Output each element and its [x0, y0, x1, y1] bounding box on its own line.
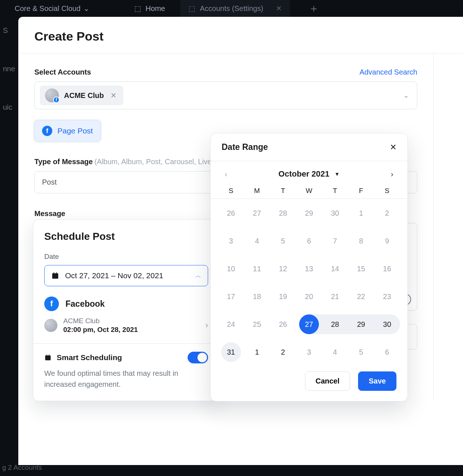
modal-title: Create Post — [34, 29, 447, 44]
calendar-day[interactable]: 13 — [296, 259, 322, 279]
facebook-badge-icon: f — [53, 97, 60, 103]
calendar-day[interactable]: 12 — [270, 259, 296, 279]
remove-account-icon[interactable]: ✕ — [109, 91, 118, 100]
account-chip-name: ACME Club — [64, 91, 104, 100]
calendar-day[interactable]: 5 — [270, 231, 296, 251]
tab-home[interactable]: ⬚Home — [126, 0, 173, 17]
calendar-day[interactable]: 7 — [322, 231, 348, 251]
calendar-day[interactable]: 3 — [218, 231, 244, 251]
schedule-account-time: 02:00 pm, Oct 28, 2021 — [63, 326, 138, 334]
account-chip: f ACME Club ✕ — [40, 86, 123, 105]
calendar-day[interactable]: 6 — [374, 342, 400, 362]
page-post-button[interactable]: f Page Post — [34, 120, 101, 141]
workspace-switcher[interactable]: Core & Social Cloud⌄ — [15, 4, 90, 13]
accounts-select[interactable]: f ACME Club ✕ ⌄ — [34, 82, 417, 109]
calendar-day[interactable]: 8 — [348, 231, 374, 251]
schedule-account-name: ACME Club — [63, 317, 138, 325]
cancel-button[interactable]: Cancel — [305, 371, 350, 391]
tab-accounts[interactable]: ⬚Accounts (Settings)✕ — [180, 0, 290, 17]
network-name: Facebook — [65, 299, 105, 309]
calendar-day[interactable]: 23 — [374, 287, 400, 306]
calendar-day[interactable]: 6 — [296, 231, 322, 251]
calendar-day[interactable]: 5 — [348, 342, 374, 362]
calendar-day[interactable]: 28 — [322, 314, 348, 334]
calendar-day[interactable]: 19 — [270, 287, 296, 306]
type-of-message-label: Type of Message — [34, 158, 93, 166]
weekday-label: T — [270, 187, 296, 195]
chevron-up-icon: ︿ — [195, 272, 201, 280]
calendar-day[interactable]: 30 — [374, 314, 400, 334]
calendar-day[interactable]: 26 — [270, 314, 296, 334]
close-icon[interactable]: ✕ — [390, 143, 396, 152]
page-post-label: Page Post — [57, 126, 93, 135]
weekday-label: W — [296, 187, 322, 195]
home-icon: ⬚ — [134, 4, 141, 13]
weekday-label: M — [244, 187, 270, 195]
app-topbar: Core & Social Cloud⌄ ⬚Home ⬚Accounts (Se… — [0, 0, 463, 17]
calendar-day[interactable]: 1 — [348, 203, 374, 223]
save-button[interactable]: Save — [358, 371, 396, 391]
type-value: Post — [42, 178, 57, 186]
calendar-day[interactable]: 28 — [270, 203, 296, 223]
calendar-day[interactable]: 18 — [244, 287, 270, 306]
calendar-day[interactable]: 22 — [348, 287, 374, 306]
prev-month-button[interactable]: ‹ — [222, 170, 230, 178]
calendar-day[interactable]: 10 — [218, 259, 244, 279]
svg-rect-5 — [52, 273, 59, 279]
advanced-search-link[interactable]: Advanced Search — [360, 68, 417, 76]
month-label: October 2021 — [278, 169, 329, 179]
type-hint: (Album, Album, Post, Carousel, Live — [94, 158, 211, 166]
select-accounts-label: Select Accounts — [34, 68, 91, 76]
svg-rect-8 — [45, 355, 51, 360]
calendar-day[interactable]: 29 — [348, 314, 374, 334]
left-rail: S nne uic — [0, 22, 18, 116]
calendar-day[interactable]: 25 — [244, 314, 270, 334]
calendar-day[interactable]: 9 — [374, 231, 400, 251]
weekday-header: SMTWTFS — [211, 182, 407, 199]
schedule-post-panel: Schedule Post Date Oct 27, 2021 – Nov 02… — [33, 219, 219, 401]
avatar — [44, 319, 57, 332]
calendar-day[interactable]: 16 — [374, 259, 400, 279]
calendar-day[interactable]: 31 — [221, 342, 241, 362]
calendar-day[interactable]: 29 — [296, 203, 322, 223]
calendar-day[interactable]: 2 — [270, 342, 296, 362]
smart-scheduling-desc: We found optimal times that may result i… — [44, 368, 208, 390]
weekday-label: T — [322, 187, 348, 195]
next-month-button[interactable]: › — [388, 170, 396, 178]
schedule-post-title: Schedule Post — [44, 231, 208, 242]
chevron-right-icon: › — [206, 321, 208, 330]
calendar-day[interactable]: 4 — [322, 342, 348, 362]
calendar-day[interactable]: 1 — [244, 342, 270, 362]
facebook-icon: f — [44, 296, 59, 311]
calendar-day[interactable]: 27 — [296, 314, 322, 334]
calendar-day[interactable]: 11 — [244, 259, 270, 279]
svg-rect-9 — [46, 355, 47, 356]
calendar-day[interactable]: 14 — [322, 259, 348, 279]
calendar-day[interactable]: 27 — [244, 203, 270, 223]
date-range-value: Oct 27, 2021 – Nov 02, 2021 — [65, 271, 189, 280]
network-row: f Facebook — [44, 296, 208, 311]
calendar-day[interactable]: 15 — [348, 259, 374, 279]
date-range-field[interactable]: Oct 27, 2021 – Nov 02, 2021 ︿ — [44, 265, 208, 286]
add-tab-button[interactable]: ＋ — [308, 1, 319, 16]
calendar-day[interactable]: 30 — [322, 203, 348, 223]
calendar-day[interactable]: 20 — [296, 287, 322, 306]
calendar-day[interactable]: 17 — [218, 287, 244, 306]
caret-down-icon: ▼ — [335, 171, 340, 177]
calendar-day[interactable]: 21 — [322, 287, 348, 306]
weekday-label: F — [348, 187, 374, 195]
smart-scheduling-toggle[interactable] — [188, 352, 208, 363]
chevron-down-icon[interactable]: ⌄ — [400, 91, 412, 99]
calendar-day[interactable]: 3 — [296, 342, 322, 362]
month-select[interactable]: October 2021 ▼ — [278, 169, 339, 179]
calendar-day[interactable]: 4 — [244, 231, 270, 251]
calendar-day[interactable]: 24 — [218, 314, 244, 334]
schedule-account-row[interactable]: ACME Club 02:00 pm, Oct 28, 2021 › — [44, 317, 208, 343]
calendar-day[interactable]: 26 — [218, 203, 244, 223]
svg-rect-10 — [49, 355, 50, 356]
calendar-day[interactable]: 2 — [374, 203, 400, 223]
weekday-label: S — [218, 187, 244, 195]
calendar-icon — [51, 272, 59, 280]
close-icon[interactable]: ✕ — [276, 4, 282, 13]
avatar: f — [45, 88, 59, 102]
